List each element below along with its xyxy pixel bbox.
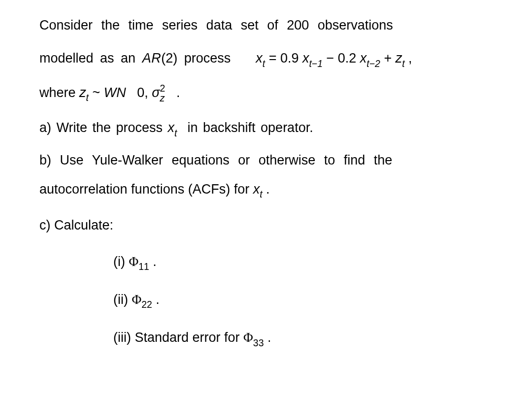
part-a: a) Write the process xt in backshift ope… [39,117,493,139]
ar-order: (2) [161,51,177,66]
text-process: process [177,51,231,66]
part-b-line2: autocorrelation functions (ACFs) for xt … [39,179,493,201]
sub-item-iii: (iii) Standard error for Φ33 . [113,327,493,349]
ar-label: AR [142,51,162,66]
part-c: c) Calculate: [39,215,493,236]
sub-item-i: (i) Φ11 . [113,251,493,273]
intro-line-1: Consider the time series data set of 200… [39,15,493,36]
text-modelled: modelled as an [39,51,142,66]
sub-item-ii: (ii) Φ22 . [113,289,493,311]
intro-line-2: modelled as an AR(2) process xt = 0.9 xt… [39,48,493,70]
intro-line-3: where zt ~ WN 0, σ2z . [39,82,493,104]
ar2-equation: xt = 0.9 xt−1 − 0.2 xt−2 + zt , [256,51,412,66]
part-b-line1: b) Use Yule-Walker equations or otherwis… [39,150,493,171]
